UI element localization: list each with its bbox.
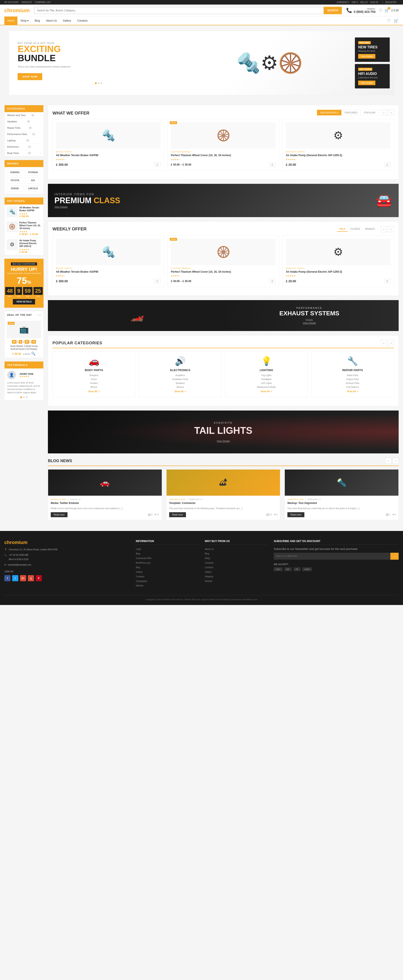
tail-view-details[interactable]: View Details (217, 440, 230, 442)
blog-next-button[interactable]: › (393, 458, 399, 464)
elec-link-stereos[interactable]: Stereos (142, 385, 218, 389)
repair-link-engine[interactable]: Engine Parts (314, 377, 390, 381)
popular-next-button[interactable]: › (388, 340, 394, 346)
popular-prev-button[interactable]: ‹ (381, 340, 387, 346)
footer-link-comments[interactable]: Comments RSS (136, 557, 152, 560)
dot-3[interactable] (101, 82, 102, 84)
promo-tires-button[interactable]: View Details (358, 54, 375, 59)
why-link-compare[interactable]: Compare (205, 562, 214, 564)
repair-link-brake[interactable]: Brake Parts (314, 374, 390, 377)
light-link-fog[interactable]: Fog Lights (228, 374, 305, 377)
hot-offer-1-title[interactable]: All Weather Terrain Braker AS/P90 (19, 206, 41, 212)
why-link-about[interactable]: About Us (205, 548, 214, 550)
footer-link-login[interactable]: Login (136, 548, 141, 550)
google-button[interactable]: g (28, 575, 34, 581)
subscribe-submit-button[interactable]: → (390, 553, 399, 560)
deal-search-icon[interactable]: 🔍 (31, 352, 35, 355)
tab-popular[interactable]: POPULAR (360, 110, 379, 115)
electronics-show-all[interactable]: Show All ↗ (142, 390, 218, 393)
lighting-show-all[interactable]: Show All ↗ (228, 390, 305, 393)
brand-lincoln[interactable]: LINCOLN (25, 185, 41, 192)
weekly-product-2-name[interactable]: Perfect Titanium Wheel Cover (14, 16, 18… (171, 270, 276, 274)
deal-next[interactable]: › (40, 313, 41, 317)
brand-hyundai[interactable]: HYUNDAI (25, 169, 41, 175)
search-input[interactable] (34, 7, 324, 14)
what-next-button[interactable]: › (388, 110, 394, 116)
nav-home[interactable]: Home (4, 17, 17, 25)
footer-link-contacts[interactable]: Contacts (136, 575, 144, 578)
deal-prev[interactable]: ‹ (38, 313, 39, 317)
product-1-add-cart[interactable]: 🛒 (154, 162, 161, 167)
promo-audio-button[interactable]: View Details (358, 81, 375, 85)
tab-new-arrivals[interactable]: NEW ARRIVALS (317, 110, 341, 115)
interior-view-details[interactable]: View Details (54, 205, 68, 208)
nav-blog[interactable]: Blog (32, 17, 43, 25)
why-link-shipping[interactable]: Shipping (205, 575, 213, 578)
test-dot-3[interactable] (26, 396, 28, 398)
brand-kia[interactable]: KIA (25, 177, 41, 184)
wishlist-icon[interactable]: ♡ (379, 8, 382, 13)
footer-link-gallery[interactable]: Gallery (136, 571, 143, 573)
perf-view-details[interactable]: View Details (303, 322, 316, 324)
nav-cart-icon[interactable]: 🛒 (394, 18, 399, 23)
body-link-doors[interactable]: Doors (56, 377, 132, 381)
body-link-mirrors[interactable]: Mirrors (56, 385, 132, 389)
blog-post-2-title[interactable]: Template: Comments (169, 501, 278, 505)
deal-product-name[interactable]: Audio Master 2 (Multi format Android bas… (7, 345, 41, 350)
weekly-prev-button[interactable]: ‹ (381, 226, 387, 232)
repair-link-fuel[interactable]: Fuel Delivery (314, 385, 390, 389)
elec-link-speakers[interactable]: Speakers (142, 381, 218, 385)
sidebar-item-electronics[interactable]: Electronics 1 › (5, 144, 43, 150)
footer-link-wordpress[interactable]: WordPress.org (136, 562, 151, 564)
product-3-add-cart[interactable]: 🛒 (384, 162, 390, 167)
google-plus-button[interactable]: G+ (20, 575, 26, 581)
tab-featured[interactable]: FEATURED (341, 110, 360, 115)
why-link-gallery[interactable]: Gallery (205, 571, 212, 573)
light-link-replacement[interactable]: Replacement Bulbs (228, 385, 305, 389)
weekly-product-1-name[interactable]: All Weather Terrain Braker AS/P90 (56, 270, 161, 274)
nav-shop[interactable]: Shop ▾ (17, 17, 32, 25)
sidebar-item-body[interactable]: Body Parts 0 › (5, 150, 43, 156)
repair-link-exhaust[interactable]: Exhaust Parts (314, 381, 390, 385)
twitter-button[interactable]: t (12, 575, 18, 581)
brand-toyota[interactable]: TOYOTA (7, 177, 23, 184)
why-link-contacts[interactable]: Contacts (205, 566, 213, 569)
blog-post-1-title[interactable]: Media: Twitter Embeds (51, 501, 159, 505)
dot-2[interactable] (98, 82, 100, 84)
weekly-product-3-name[interactable]: Air Intake Pump (General Electric AIP-12… (286, 270, 390, 274)
sidebar-item-variables[interactable]: Variables 0 › (5, 118, 43, 125)
sidebar-item-wheels[interactable]: Wheels and Tires 4 › (5, 112, 43, 118)
elec-link-installation[interactable]: Installation Parts (142, 377, 218, 381)
dot-1[interactable] (95, 82, 97, 84)
weekly-tab-brakes[interactable]: BRAKES (362, 226, 378, 232)
body-link-bumpers[interactable]: Bumpers (56, 374, 132, 377)
blog-post-2-read-more[interactable]: Read more (169, 512, 186, 517)
nav-gallery[interactable]: Gallery (60, 17, 74, 25)
body-parts-show-all[interactable]: Show All ↗ (56, 390, 132, 393)
brand-subaru[interactable]: SUBARU (7, 169, 23, 175)
repair-parts-show-all[interactable]: Show All ↗ (314, 390, 390, 393)
blog-post-3-title[interactable]: Markup: Text Alignment (287, 501, 396, 505)
product-3-name[interactable]: Air Intake Pump (General Electric AIP-12… (286, 154, 390, 157)
light-link-led[interactable]: LED Lights (228, 381, 305, 385)
what-prev-button[interactable]: ‹ (381, 110, 387, 116)
weekly-tab-oils[interactable]: OILS (337, 226, 348, 232)
footer-link-blog[interactable]: Blog (136, 552, 140, 555)
subscribe-email-input[interactable] (274, 553, 390, 560)
product-2-add-cart[interactable]: 🛒 (269, 162, 276, 167)
sign-in-link[interactable]: SIGN IN (370, 1, 378, 3)
footer-link-wishlist[interactable]: Wishlist (136, 584, 143, 587)
nav-about[interactable]: About Us (43, 17, 60, 25)
weekly-tab-filters[interactable]: FILTERS (348, 226, 362, 232)
compare-list-link[interactable]: COMPARE LIST (35, 1, 51, 3)
why-link-blog[interactable]: Blog (205, 552, 209, 555)
product-2-name[interactable]: Perfect Titanium Wheel Cover (14, 16, 18… (171, 154, 276, 157)
sidebar-item-lighting[interactable]: Lighting 0 › (5, 137, 43, 144)
why-link-wishlist[interactable]: Wishlist (205, 580, 212, 582)
my-account-link[interactable]: MY ACCOUNT (4, 1, 19, 3)
elec-link-amplifiers[interactable]: Amplifiers (142, 374, 218, 377)
pinterest-button[interactable]: P (36, 575, 42, 581)
sale-view-details-button[interactable]: View Details (13, 299, 35, 304)
blog-post-3-read-more[interactable]: Read more (287, 512, 304, 517)
weekly-product-3-cart[interactable]: 🛒 (384, 279, 390, 283)
